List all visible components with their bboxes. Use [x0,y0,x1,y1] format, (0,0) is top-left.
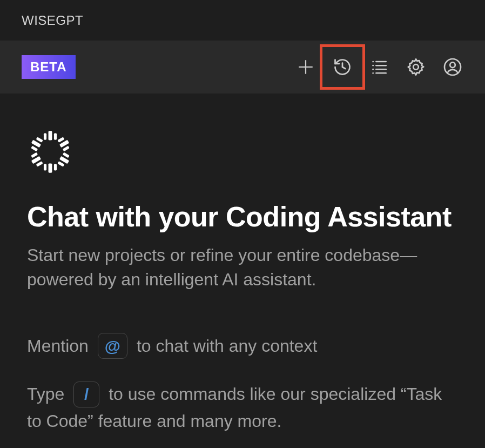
command-hint-pre: Type [27,385,64,404]
list-icon [370,58,388,76]
svg-point-8 [372,69,374,70]
plus-icon [297,58,315,76]
at-key-badge: @ [98,333,127,359]
slash-key-badge: / [73,382,99,407]
mention-hint: Mention @ to chat with any context [27,332,458,359]
new-chat-button[interactable] [295,56,316,78]
wisegpt-logo-icon [27,129,458,175]
subheading: Start new projects or refine your entire… [27,243,458,292]
history-button[interactable] [332,56,353,78]
history-icon [333,57,352,77]
svg-rect-26 [54,164,57,170]
command-hint: Type / to use commands like our speciali… [27,380,458,433]
main-heading: Chat with your Coding Assistant [27,201,458,232]
svg-rect-20 [57,137,64,142]
svg-rect-28 [31,152,38,158]
svg-point-12 [413,64,419,70]
svg-point-4 [372,61,374,63]
app-logo [27,129,458,175]
user-icon [443,57,462,77]
toolbar: BETA [0,41,485,93]
list-button[interactable] [368,56,390,78]
svg-rect-32 [31,146,38,151]
main-content: Chat with your Coding Assistant Start ne… [0,93,485,434]
svg-rect-22 [57,161,64,166]
gear-icon [406,57,426,77]
app-title: WISEGPT [22,13,83,28]
svg-point-10 [372,72,374,74]
svg-rect-16 [54,133,57,140]
svg-rect-29 [36,161,43,166]
svg-rect-24 [49,164,52,173]
svg-point-6 [372,65,374,66]
svg-rect-25 [44,164,46,170]
mention-hint-pre: Mention [27,336,89,356]
mention-hint-post: to chat with any context [137,336,317,356]
svg-rect-17 [44,133,46,140]
app-header: WISEGPT [0,0,485,41]
svg-rect-19 [63,146,70,151]
settings-button[interactable] [405,56,427,78]
svg-rect-23 [63,152,70,158]
svg-point-14 [450,62,455,68]
beta-badge: BETA [22,55,76,79]
toolbar-icons [295,56,463,78]
svg-rect-15 [49,131,52,140]
svg-line-3 [342,67,345,69]
svg-rect-31 [36,137,43,142]
account-button[interactable] [442,56,463,78]
